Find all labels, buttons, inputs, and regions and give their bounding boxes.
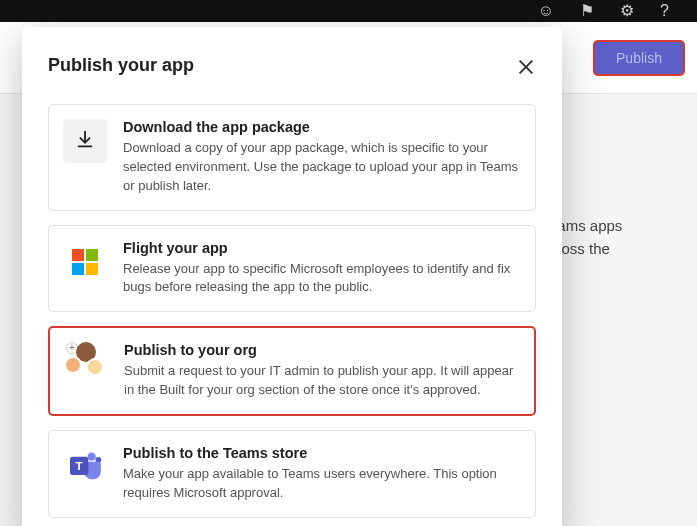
option-title: Flight your app: [123, 240, 519, 256]
bg-line2: cross the: [549, 238, 679, 261]
top-bar: ☺ ⚑ ⚙ ?: [0, 0, 697, 22]
microsoft-icon: [63, 240, 107, 284]
option-desc: Release your app to specific Microsoft e…: [123, 260, 519, 298]
background-paragraph: eams apps cross the: [549, 215, 679, 260]
people-icon: +: [64, 342, 108, 386]
publish-button[interactable]: Publish: [593, 40, 685, 76]
option-title: Publish to the Teams store: [123, 445, 519, 461]
publish-button-label: Publish: [616, 50, 662, 66]
gear-icon[interactable]: ⚙: [620, 3, 634, 19]
teams-icon: T: [63, 445, 107, 489]
option-desc: Download a copy of your app package, whi…: [123, 139, 519, 196]
download-icon: [63, 119, 107, 163]
option-publish-store[interactable]: T Publish to the Teams store Make your a…: [48, 430, 536, 518]
app-stage: ☺ ⚑ ⚙ ? Publish eams apps cross the Publ…: [0, 0, 697, 526]
option-publish-org[interactable]: + Publish to your org Submit a request t…: [48, 326, 536, 416]
svg-point-0: [88, 452, 96, 460]
close-icon[interactable]: [516, 57, 536, 77]
svg-text:T: T: [76, 459, 83, 472]
bg-line1: eams apps: [549, 215, 679, 238]
publish-modal: Publish your app Download the app packag…: [22, 27, 562, 526]
option-list: Download the app package Download a copy…: [48, 104, 536, 518]
emoji-icon[interactable]: ☺: [538, 3, 554, 19]
flag-icon[interactable]: ⚑: [580, 3, 594, 19]
modal-title: Publish your app: [48, 55, 536, 76]
option-desc: Make your app available to Teams users e…: [123, 465, 519, 503]
option-flight-app[interactable]: Flight your app Release your app to spec…: [48, 225, 536, 313]
help-icon[interactable]: ?: [660, 3, 669, 19]
option-title: Publish to your org: [124, 342, 518, 358]
option-title: Download the app package: [123, 119, 519, 135]
option-desc: Submit a request to your IT admin to pub…: [124, 362, 518, 400]
option-download-package[interactable]: Download the app package Download a copy…: [48, 104, 536, 211]
